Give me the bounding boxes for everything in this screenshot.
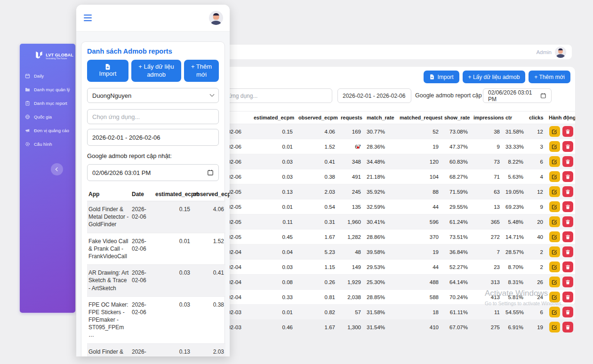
- edit-button[interactable]: [549, 307, 560, 317]
- report-row: Fake Video Call & Prank Call - FrankVide…: [87, 233, 225, 265]
- table-cell: 29.53%: [365, 260, 398, 275]
- username: Admin: [536, 49, 552, 55]
- table-cell: 0.82: [296, 305, 339, 320]
- table-cell: 23: [472, 260, 504, 275]
- sidebar-item-label: Cấu hình: [34, 142, 52, 147]
- delete-button[interactable]: [562, 292, 573, 302]
- row-actions: [547, 184, 575, 199]
- row-actions: [547, 199, 575, 214]
- table-cell: 8.22%: [504, 154, 527, 169]
- table-cell: 30.77%: [365, 124, 398, 139]
- edit-button[interactable]: [549, 231, 560, 242]
- delete-button[interactable]: [562, 307, 573, 317]
- delete-button[interactable]: [562, 186, 573, 197]
- sidebar-item-don-vi-quang-cao[interactable]: Đơn vị quảng cáo: [20, 124, 75, 137]
- table-cell: 0.81: [296, 290, 339, 305]
- table-cell: 0.03: [154, 296, 192, 343]
- sidebar-item-cau-hinh[interactable]: Cấu hình: [20, 137, 75, 151]
- delete-button[interactable]: [562, 231, 573, 242]
- avatar[interactable]: [555, 47, 566, 58]
- account-select[interactable]: DuongNguyen: [87, 88, 219, 103]
- delete-button[interactable]: [562, 156, 573, 167]
- import-button[interactable]: Import: [424, 71, 459, 83]
- date-range-input[interactable]: 2026-02-01 - 2026-02-06: [87, 129, 219, 146]
- edit-button[interactable]: [549, 216, 560, 227]
- report-row: AR Drawing: Art Sketch & Trace - ArtSket…: [87, 265, 225, 297]
- edit-button[interactable]: [549, 322, 560, 332]
- delete-button[interactable]: [562, 277, 573, 287]
- delete-button[interactable]: [562, 322, 573, 332]
- fetch-admob-button[interactable]: + Lấy dữ liệu admob: [131, 60, 181, 82]
- delete-button[interactable]: [562, 261, 573, 272]
- megaphone-icon: [25, 128, 30, 133]
- column-header: Hành động: [547, 111, 575, 124]
- avatar[interactable]: [209, 11, 223, 25]
- chevron-down-icon: [210, 92, 215, 96]
- edit-button[interactable]: [549, 292, 560, 302]
- sidebar-item-daily[interactable]: Daily: [20, 69, 75, 83]
- table-cell: 149: [339, 260, 365, 275]
- table-cell: 67: [339, 139, 365, 154]
- column-header: observed_ecpm: [192, 188, 225, 201]
- pencil-square-icon: [552, 129, 557, 135]
- edit-button[interactable]: [549, 201, 560, 212]
- table-cell: 596: [398, 214, 442, 229]
- edit-button[interactable]: [549, 246, 560, 257]
- table-cell: 31.54%: [365, 320, 398, 335]
- table-cell: 0.41: [296, 154, 339, 169]
- pencil-square-icon: [552, 159, 557, 165]
- table-cell: 8.31%: [504, 275, 527, 290]
- sidebar-item-danh-muc-quan-ly[interactable]: Danh mục quản lý: [20, 83, 75, 96]
- table-cell: Gold Finder & Metal Detector - GoldFinde…: [87, 343, 130, 356]
- date-range-input[interactable]: 2026-02-01 - 2026-02-06: [337, 88, 411, 103]
- add-new-button[interactable]: + Thêm mới: [184, 60, 219, 82]
- table-cell: 69.23%: [504, 199, 527, 214]
- delete-button[interactable]: [562, 201, 573, 212]
- trash-icon: [565, 144, 570, 150]
- sidebar-item-label: Quốc gia: [34, 114, 52, 119]
- red-dot: [357, 146, 359, 149]
- table-cell: 2026-02-06: [130, 201, 154, 233]
- row-actions: [547, 154, 575, 169]
- table-cell: 31.58%: [365, 305, 398, 320]
- table-cell: 135: [339, 199, 365, 214]
- edit-button[interactable]: [549, 126, 560, 137]
- delete-button[interactable]: [562, 216, 573, 227]
- column-header: clicks: [527, 111, 547, 124]
- delete-button[interactable]: [562, 141, 573, 152]
- table-cell: 70.24%: [442, 290, 472, 305]
- logo-title: LVT GLOBAL: [46, 53, 73, 57]
- edit-button[interactable]: [549, 141, 560, 152]
- delete-button[interactable]: [562, 171, 573, 182]
- update-datetime-input[interactable]: 02/06/2026 03:01 PM: [483, 88, 552, 103]
- edit-button[interactable]: [549, 277, 560, 287]
- table-cell: 0.03: [252, 169, 296, 184]
- table-cell: 47.37%: [442, 139, 472, 154]
- edit-button[interactable]: [549, 156, 560, 167]
- sidebar-item-label: Danh mục quản lý: [34, 87, 70, 92]
- table-cell: 348: [339, 154, 365, 169]
- table-cell: 4: [527, 169, 547, 184]
- delete-button[interactable]: [562, 246, 573, 257]
- table-header-row: AppDateestimated_ecpmobserved_ecpm: [87, 188, 225, 201]
- hamburger-menu-icon[interactable]: [83, 13, 93, 24]
- table-cell: 28.86%: [365, 229, 398, 245]
- update-datetime-input[interactable]: 02/06/2026 03:01 PM: [87, 164, 219, 181]
- edit-button[interactable]: [549, 261, 560, 272]
- table-cell: Fake Video Call & Prank Call - FrankVide…: [87, 233, 130, 265]
- table-cell: 60.83%: [442, 154, 472, 169]
- card-actions: Import + Lấy dữ liệu admob + Thêm mới: [424, 71, 570, 83]
- edit-button[interactable]: [549, 186, 560, 197]
- edit-button[interactable]: [549, 171, 560, 182]
- sidebar-item-danh-muc-report[interactable]: Danh mục report: [20, 96, 75, 110]
- sidebar-collapse-button[interactable]: [51, 163, 63, 175]
- app-filter-input[interactable]: [87, 109, 219, 124]
- import-button[interactable]: Import: [87, 60, 128, 82]
- fetch-admob-button[interactable]: + Lấy dữ liệu admob: [463, 71, 526, 83]
- mobile-preview-panel: Danh sách Admob reports Import + Lấy dữ …: [76, 5, 230, 356]
- sidebar-item-quoc-gia[interactable]: Quốc gia: [20, 110, 75, 124]
- table-cell: 52.27%: [442, 260, 472, 275]
- table-cell: 0.13: [154, 343, 192, 356]
- add-new-button[interactable]: + Thêm mới: [529, 71, 570, 83]
- delete-button[interactable]: [562, 126, 573, 137]
